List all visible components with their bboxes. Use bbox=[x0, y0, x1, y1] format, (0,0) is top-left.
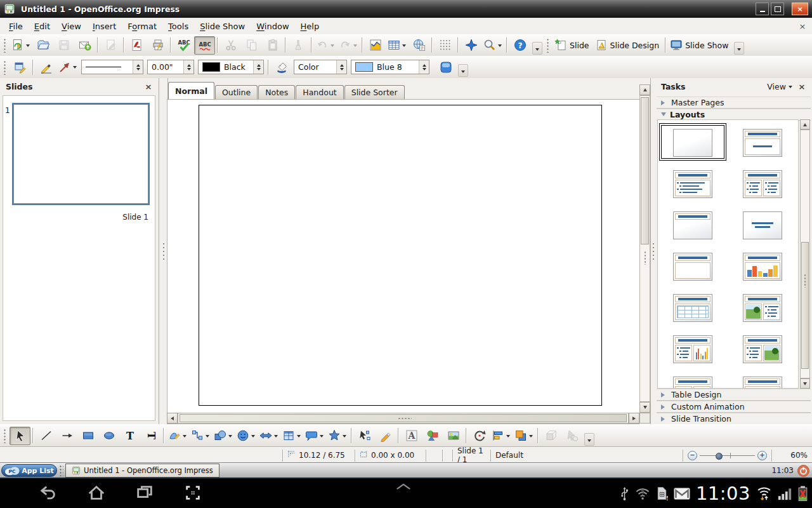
section-slide-transition[interactable]: Slide Transition bbox=[657, 413, 811, 425]
vertical-scrollbar[interactable] bbox=[639, 84, 650, 413]
line-color-combobox[interactable]: Black bbox=[198, 60, 264, 74]
help-button[interactable]: ? bbox=[509, 36, 530, 55]
dropdown-arrow-icon[interactable] bbox=[353, 44, 357, 49]
dropdown-arrow-icon[interactable] bbox=[274, 435, 278, 439]
layout-title-only[interactable] bbox=[658, 204, 728, 246]
slides-panel-close-icon[interactable]: × bbox=[144, 82, 153, 91]
connector-button[interactable] bbox=[189, 427, 212, 445]
dropdown-arrow-icon[interactable] bbox=[506, 435, 510, 439]
from-file-button[interactable] bbox=[443, 427, 464, 445]
layout-title-table[interactable] bbox=[658, 287, 728, 328]
toolbar-overflow-button[interactable] bbox=[584, 433, 594, 446]
zoom-slider[interactable]: − + bbox=[688, 451, 767, 460]
callouts-button[interactable] bbox=[303, 427, 326, 445]
vertical-text-button[interactable]: T bbox=[140, 427, 161, 445]
zoom-slider-thumb[interactable] bbox=[716, 453, 723, 460]
scrollbar-track[interactable] bbox=[178, 413, 629, 424]
dropdown-arrow-icon[interactable] bbox=[183, 435, 187, 439]
slide-show-button[interactable]: Slide Show bbox=[668, 36, 732, 55]
menu-help[interactable]: Help bbox=[295, 19, 325, 34]
close-document-icon[interactable]: × bbox=[797, 22, 808, 31]
menu-slide-show[interactable]: Slide Show bbox=[194, 19, 251, 34]
zoom-button[interactable] bbox=[481, 36, 504, 55]
menu-view[interactable]: View bbox=[56, 19, 87, 34]
menu-tools[interactable]: Tools bbox=[162, 19, 194, 34]
line-width-spinner[interactable] bbox=[183, 60, 193, 74]
layout-title-two-content-cut[interactable] bbox=[658, 370, 728, 389]
dropdown-arrow-icon[interactable] bbox=[498, 44, 502, 49]
dropdown-arrow-icon[interactable] bbox=[343, 435, 346, 439]
zoom-in-button[interactable]: + bbox=[757, 451, 767, 460]
shadow-button[interactable] bbox=[435, 58, 456, 76]
line-button[interactable] bbox=[36, 427, 56, 445]
basic-shapes-button[interactable] bbox=[212, 427, 235, 445]
scroll-left-button[interactable] bbox=[167, 413, 178, 424]
toolbar-overflow-button[interactable] bbox=[458, 64, 468, 77]
scrollbar-track[interactable] bbox=[639, 95, 650, 402]
status-template-cell[interactable]: Default bbox=[490, 450, 683, 462]
toolbar-overflow-button[interactable] bbox=[532, 42, 542, 55]
edit-points-button[interactable] bbox=[354, 427, 375, 445]
home-nav-button[interactable] bbox=[85, 483, 108, 504]
menu-format[interactable]: Format bbox=[122, 19, 162, 34]
menu-edit[interactable]: Edit bbox=[29, 19, 56, 34]
close-button[interactable]: × bbox=[792, 3, 808, 15]
fill-type-spinner[interactable] bbox=[336, 60, 346, 74]
layout-title-one-content[interactable] bbox=[658, 246, 728, 287]
menu-window[interactable]: Window bbox=[251, 19, 294, 34]
spellcheck-button[interactable]: ABC bbox=[173, 36, 194, 55]
line-color-spinner[interactable] bbox=[253, 60, 263, 74]
line-style-spinner[interactable] bbox=[133, 60, 143, 74]
section-custom-animation[interactable]: Custom Animation bbox=[657, 401, 811, 413]
back-nav-button[interactable] bbox=[37, 483, 60, 504]
power-icon[interactable] bbox=[797, 465, 809, 477]
styles-button[interactable] bbox=[10, 58, 30, 76]
zoom-slider-track[interactable] bbox=[700, 451, 755, 460]
display-grid-button[interactable] bbox=[435, 36, 455, 55]
chart-button[interactable] bbox=[365, 36, 386, 55]
section-table-design[interactable]: Table Design bbox=[657, 389, 811, 401]
auto-spellcheck-button[interactable]: ABC bbox=[194, 36, 215, 55]
tab-notes[interactable]: Notes bbox=[258, 85, 295, 99]
section-master-pages[interactable]: Master Pages bbox=[657, 97, 811, 109]
layout-blank[interactable] bbox=[658, 122, 728, 163]
slide-thumbnail[interactable] bbox=[13, 104, 148, 204]
scroll-down-button[interactable] bbox=[639, 402, 650, 413]
screenshot-nav-button[interactable] bbox=[181, 483, 204, 504]
dropdown-arrow-icon[interactable] bbox=[297, 435, 301, 439]
layout-title-text-chart[interactable] bbox=[658, 328, 728, 370]
scroll-up-button[interactable] bbox=[800, 119, 810, 130]
print-button[interactable] bbox=[147, 36, 168, 55]
toolbar-overflow-button[interactable] bbox=[734, 42, 744, 55]
fill-color-combobox[interactable]: Blue 8 bbox=[351, 60, 429, 74]
tasks-view-menu[interactable]: View bbox=[767, 82, 786, 91]
stars-button[interactable] bbox=[326, 427, 349, 445]
maximize-button[interactable] bbox=[771, 3, 784, 15]
navigator-button[interactable] bbox=[461, 36, 481, 55]
layout-title-two-content[interactable] bbox=[728, 163, 797, 204]
text-button[interactable]: T bbox=[119, 427, 140, 445]
flowchart-button[interactable] bbox=[280, 427, 303, 445]
fill-type-combobox[interactable]: Color bbox=[294, 60, 347, 74]
toolbar-drag-handle[interactable] bbox=[3, 37, 7, 53]
arrow-style-button[interactable] bbox=[56, 58, 79, 76]
layout-title-clipart-text[interactable] bbox=[728, 287, 797, 328]
layout-title-text-clipart[interactable] bbox=[728, 328, 797, 370]
status-zoom-cell[interactable]: 60% bbox=[771, 450, 812, 462]
toolbar-drag-handle[interactable] bbox=[546, 37, 550, 53]
dropdown-arrow-icon[interactable] bbox=[320, 435, 324, 439]
chevron-down-icon[interactable] bbox=[789, 86, 792, 90]
table-button[interactable] bbox=[386, 36, 409, 55]
menu-file[interactable]: File bbox=[3, 19, 29, 34]
layouts-scrollbar[interactable] bbox=[800, 119, 810, 389]
tab-outline[interactable]: Outline bbox=[215, 85, 258, 99]
rotate-button[interactable] bbox=[469, 427, 490, 445]
arrow-line-button[interactable] bbox=[56, 427, 77, 445]
scroll-right-button[interactable] bbox=[629, 413, 639, 424]
symbol-shapes-button[interactable] bbox=[235, 427, 258, 445]
slide-design-button[interactable]: Slide Design bbox=[593, 36, 664, 55]
layout-title-content-cut[interactable] bbox=[728, 370, 797, 389]
slide-canvas[interactable] bbox=[199, 105, 602, 406]
block-arrows-button[interactable] bbox=[258, 427, 280, 445]
tab-slide-sorter[interactable]: Slide Sorter bbox=[344, 85, 405, 99]
